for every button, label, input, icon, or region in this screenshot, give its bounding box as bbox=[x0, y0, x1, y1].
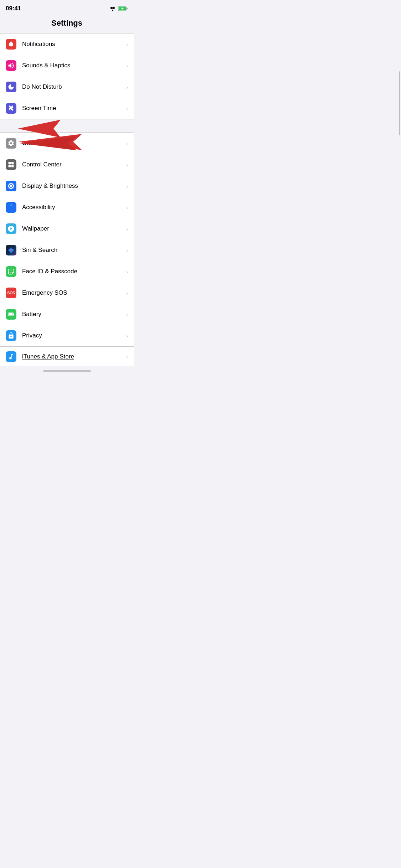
settings-group-1: Notifications › Sounds & Haptics › Do No… bbox=[0, 33, 134, 119]
dnd-icon bbox=[6, 82, 16, 92]
svg-point-12 bbox=[10, 248, 12, 253]
settings-item-display[interactable]: Display & Brightness › bbox=[0, 175, 134, 197]
svg-rect-9 bbox=[11, 165, 14, 167]
privacy-label: Privacy bbox=[22, 332, 123, 339]
sounds-icon bbox=[6, 60, 16, 71]
notifications-chevron: › bbox=[126, 41, 128, 47]
sounds-label: Sounds & Haptics bbox=[22, 62, 123, 69]
svg-point-14 bbox=[12, 271, 12, 272]
settings-item-battery[interactable]: Battery › bbox=[0, 304, 134, 325]
battery-label: Battery bbox=[22, 311, 123, 318]
emergency-sos-icon: SOS bbox=[6, 288, 16, 298]
notifications-label: Notifications bbox=[22, 41, 123, 48]
sounds-chevron: › bbox=[126, 63, 128, 69]
settings-item-wallpaper[interactable]: Wallpaper › bbox=[0, 218, 134, 239]
general-chevron: › bbox=[126, 140, 128, 146]
control-center-label: Control Center bbox=[22, 161, 123, 168]
sos-text: SOS bbox=[7, 291, 15, 295]
svg-point-0 bbox=[112, 10, 113, 11]
siri-icon bbox=[6, 245, 16, 255]
battery-settings-icon bbox=[6, 309, 16, 320]
bottom-bar bbox=[0, 366, 134, 375]
general-icon bbox=[6, 138, 16, 149]
battery-chevron: › bbox=[126, 311, 128, 317]
wifi-icon bbox=[109, 6, 116, 11]
screentime-icon bbox=[6, 103, 16, 114]
screentime-chevron: › bbox=[126, 105, 128, 112]
annotation-arrow bbox=[18, 118, 89, 139]
settings-item-itunes[interactable]: iTunes & App Store › bbox=[0, 347, 134, 366]
settings-item-accessibility[interactable]: Accessibility › bbox=[0, 197, 134, 218]
accessibility-icon bbox=[6, 202, 16, 213]
status-icons bbox=[109, 6, 128, 11]
faceid-icon bbox=[6, 266, 16, 277]
settings-item-sounds[interactable]: Sounds & Haptics › bbox=[0, 55, 134, 76]
settings-item-siri[interactable]: Siri & Search › bbox=[0, 239, 134, 261]
home-indicator[interactable] bbox=[43, 370, 91, 372]
itunes-icon bbox=[6, 351, 16, 362]
display-label: Display & Brightness bbox=[22, 182, 123, 190]
wallpaper-icon bbox=[6, 223, 16, 234]
settings-item-privacy[interactable]: Privacy › bbox=[0, 325, 134, 346]
page-title: Settings bbox=[0, 16, 134, 33]
siri-chevron: › bbox=[126, 247, 128, 253]
svg-rect-7 bbox=[11, 162, 14, 165]
privacy-icon bbox=[6, 330, 16, 341]
svg-rect-17 bbox=[9, 313, 13, 315]
status-bar: 09:41 bbox=[0, 0, 134, 16]
emergency-sos-chevron: › bbox=[126, 290, 128, 296]
dnd-label: Do Not Disturb bbox=[22, 83, 123, 91]
settings-item-dnd[interactable]: Do Not Disturb › bbox=[0, 76, 134, 98]
battery-icon bbox=[118, 6, 128, 11]
screentime-label: Screen Time bbox=[22, 105, 123, 112]
privacy-chevron: › bbox=[126, 333, 128, 339]
notifications-icon bbox=[6, 39, 16, 50]
control-center-chevron: › bbox=[126, 162, 128, 168]
wallpaper-label: Wallpaper bbox=[22, 225, 123, 232]
svg-rect-8 bbox=[9, 165, 11, 167]
faceid-label: Face ID & Passcode bbox=[22, 268, 123, 275]
general-label: General bbox=[22, 140, 123, 147]
settings-item-notifications[interactable]: Notifications › bbox=[0, 33, 134, 55]
settings-group-2: General › Control Center › Display & Bri… bbox=[0, 132, 134, 347]
svg-point-13 bbox=[10, 271, 11, 272]
wallpaper-chevron: › bbox=[126, 226, 128, 232]
display-icon bbox=[6, 181, 16, 191]
itunes-label: iTunes & App Store bbox=[22, 353, 123, 360]
siri-label: Siri & Search bbox=[22, 247, 123, 254]
svg-rect-16 bbox=[14, 314, 14, 315]
settings-item-control-center[interactable]: Control Center › bbox=[0, 154, 134, 175]
svg-point-10 bbox=[10, 205, 11, 206]
dnd-chevron: › bbox=[126, 84, 128, 90]
settings-item-emergency-sos[interactable]: SOS Emergency SOS › bbox=[0, 282, 134, 304]
display-chevron: › bbox=[126, 183, 128, 189]
accessibility-chevron: › bbox=[126, 205, 128, 211]
control-center-icon bbox=[6, 159, 16, 170]
accessibility-label: Accessibility bbox=[22, 204, 123, 211]
group-separator bbox=[0, 119, 134, 132]
status-time: 09:41 bbox=[6, 5, 21, 12]
faceid-chevron: › bbox=[126, 269, 128, 275]
emergency-sos-label: Emergency SOS bbox=[22, 289, 123, 296]
svg-marker-3 bbox=[18, 120, 75, 138]
itunes-chevron: › bbox=[126, 353, 128, 360]
svg-rect-6 bbox=[9, 162, 11, 165]
settings-item-screentime[interactable]: Screen Time › bbox=[0, 98, 134, 119]
settings-item-faceid[interactable]: Face ID & Passcode › bbox=[0, 261, 134, 282]
